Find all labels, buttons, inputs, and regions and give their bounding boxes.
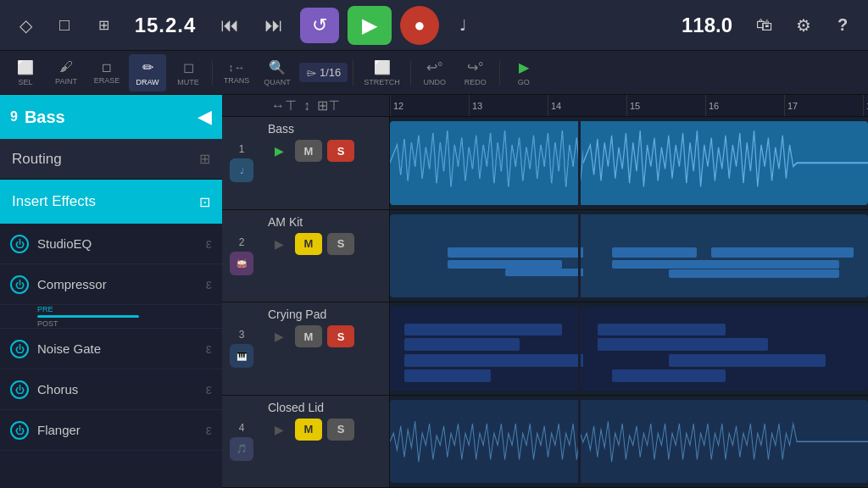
toolbar-separator-3	[410, 60, 411, 86]
amkit-mute-button[interactable]: M	[295, 233, 322, 255]
compressor-power-icon[interactable]: ⏻	[10, 275, 29, 294]
second-toolbar: ⬜ SEL 🖌 PAINT ◻ ERASE ✏ DRAW ◻ MUTE ↕↔ T…	[0, 51, 868, 95]
expand-icon[interactable]: ↕	[303, 98, 310, 114]
bass-waveform[interactable]	[390, 117, 868, 209]
tool-draw[interactable]: ✏ DRAW	[129, 54, 166, 92]
stop-button[interactable]: □	[49, 10, 80, 41]
amkit-solo-button[interactable]: S	[327, 233, 354, 255]
effect-chorus[interactable]: ⏻ Chorus ε	[0, 369, 222, 410]
store-button[interactable]: 🛍	[749, 10, 780, 41]
track-number: 9	[10, 109, 18, 125]
routing-row[interactable]: Routing ⊞	[0, 139, 222, 180]
pad-solo-button[interactable]: S	[327, 325, 354, 347]
fit-icon[interactable]: ⊞⊤	[317, 97, 340, 114]
all-tracks: 1 ♩ Bass ▶ M S	[222, 117, 868, 488]
studioeq-name: StudioEQ	[37, 236, 198, 251]
tool-redo[interactable]: ↪° REDO	[457, 54, 494, 92]
quantize-value[interactable]: ⌲ 1/16	[299, 63, 348, 82]
forward-button[interactable]: ⏭	[256, 8, 292, 43]
amkit-buttons: ▶ M S	[268, 233, 382, 255]
tool-undo[interactable]: ↩° UNDO	[416, 54, 453, 92]
tracks-section: ↔⊤ ↕ ⊞⊤ 12 13 14 15 16 17 18	[222, 95, 868, 488]
pad-play-button[interactable]: ▶	[268, 325, 290, 347]
ruler-mark-16: 16	[709, 101, 719, 111]
track-row-closedlid: 4 🎵 Closed Lid ▶ M S	[222, 396, 868, 489]
strip-header-controls: ↔⊤ ↕ ⊞⊤	[222, 95, 390, 117]
effect-studioeq[interactable]: ⏻ StudioEQ ε	[0, 224, 222, 264]
rewind-button[interactable]: ⏮	[212, 8, 248, 43]
closedlid-play-button[interactable]: ▶	[268, 419, 290, 441]
toolbar-separator-4	[499, 60, 500, 86]
chorus-edit-icon[interactable]: ε	[206, 382, 212, 397]
compressor-name: Compressor	[37, 277, 198, 291]
tool-quant[interactable]: 🔍 QUANT	[259, 54, 296, 92]
closedlid-icon[interactable]: 🎵	[230, 437, 253, 461]
closedlid-solo-button[interactable]: S	[327, 419, 354, 441]
pad-seg2	[583, 307, 868, 391]
tool-stretch[interactable]: ⬜ STRETCH	[359, 54, 405, 92]
track-row-bass: 1 ♩ Bass ▶ M S	[222, 117, 868, 210]
collapse-icon[interactable]: ↔⊤	[271, 97, 297, 114]
tool-go[interactable]: ▶ GO	[505, 54, 542, 92]
amkit-play-button[interactable]: ▶	[268, 233, 290, 255]
effect-flanger[interactable]: ⏻ Flanger ε	[0, 410, 222, 451]
tool-draw-erase[interactable]: ◻ ERASE	[88, 54, 125, 92]
bass-solo-button[interactable]: S	[327, 140, 354, 162]
ruler-mark-13: 13	[472, 101, 482, 111]
loop-button[interactable]: ↺	[300, 8, 339, 43]
settings-button[interactable]: ⚙	[788, 10, 819, 41]
effect-noisegate[interactable]: ⏻ Noise Gate ε	[0, 329, 222, 369]
routing-label: Routing	[12, 151, 199, 168]
ruler-mark-17: 17	[787, 101, 798, 111]
ruler-row: ↔⊤ ↕ ⊞⊤ 12 13 14 15 16 17 18	[222, 95, 868, 117]
strip-num-pad: 3 🎹	[222, 302, 261, 395]
amkit-controls: AM Kit ▶ M S	[261, 210, 389, 302]
amkit-waveform[interactable]	[390, 210, 868, 302]
noisegate-edit-icon[interactable]: ε	[206, 341, 212, 357]
metronome-button[interactable]: ♩	[448, 10, 478, 41]
closedlid-seg2	[583, 400, 868, 484]
bass-controls: Bass ▶ M S	[261, 117, 389, 209]
effect-compressor[interactable]: ⏻ Compressor ε	[0, 264, 222, 305]
track-header[interactable]: 9 Bass ◀	[0, 95, 222, 139]
bass-icon[interactable]: ♩	[230, 158, 253, 182]
bass-mute-button[interactable]: M	[295, 140, 322, 162]
toolbar-separator-2	[353, 60, 353, 86]
amkit-icon[interactable]: 🥁	[230, 252, 253, 275]
tool-mute[interactable]: ◻ MUTE	[170, 54, 207, 92]
closedlid-waveform[interactable]	[390, 396, 868, 488]
insert-effects-row[interactable]: Insert Effects ⊡	[0, 180, 222, 224]
tool-sel[interactable]: ⬜ SEL	[7, 54, 44, 92]
bass-track-name: Bass	[268, 122, 382, 136]
logo-icon[interactable]: ◇	[10, 10, 41, 41]
back-arrow-icon[interactable]: ◀	[198, 106, 212, 128]
flanger-power-icon[interactable]: ⏻	[10, 421, 29, 440]
pad-mute-button[interactable]: M	[295, 325, 322, 347]
pad-buttons: ▶ M S	[268, 325, 382, 347]
play-button[interactable]: ▶	[348, 6, 392, 45]
tool-trans[interactable]: ↕↔ TRANS	[218, 54, 255, 92]
track-num-bass: 1	[239, 143, 245, 155]
main-content: 9 Bass ◀ Routing ⊞ Insert Effects ⊡ ⏻ St…	[0, 95, 868, 488]
closedlid-mute-button[interactable]: M	[295, 419, 322, 441]
pre-bar	[37, 315, 139, 318]
top-toolbar: ◇ □ ⊞ 15.2.4 ⏮ ⏭ ↺ ▶ ● ♩ 118.0 🛍 ⚙ ?	[0, 0, 868, 51]
studioeq-edit-icon[interactable]: ε	[206, 236, 212, 252]
effects-list: ⏻ StudioEQ ε ⏻ Compressor ε PRE POST ⏻ N…	[0, 224, 222, 488]
bass-play-button[interactable]: ▶	[268, 140, 290, 162]
insert-effects-icon: ⊡	[199, 194, 210, 210]
noisegate-power-icon[interactable]: ⏻	[10, 340, 29, 358]
bpm-value[interactable]: 118.0	[673, 14, 741, 37]
toolbar-separator	[212, 60, 213, 86]
help-button[interactable]: ?	[827, 10, 858, 41]
mixer-button[interactable]: ⊞	[88, 10, 119, 41]
tool-paint[interactable]: 🖌 PAINT	[47, 54, 85, 92]
record-button[interactable]: ●	[400, 6, 439, 45]
compressor-edit-icon[interactable]: ε	[206, 277, 212, 292]
chorus-power-icon[interactable]: ⏻	[10, 380, 29, 399]
flanger-edit-icon[interactable]: ε	[206, 423, 212, 438]
flanger-name: Flanger	[37, 423, 198, 437]
pad-icon[interactable]: 🎹	[230, 344, 253, 368]
pad-waveform[interactable]	[390, 302, 868, 395]
studioeq-power-icon[interactable]: ⏻	[10, 235, 29, 253]
